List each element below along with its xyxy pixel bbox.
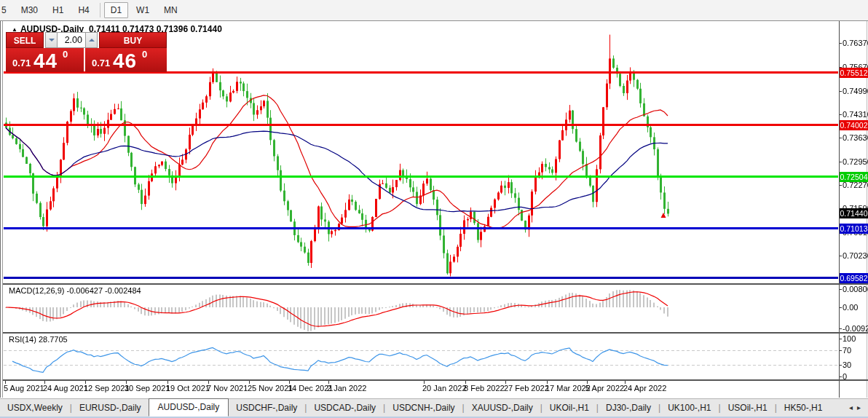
price-axis-label: 0.73630 [843,133,868,142]
volume-decrease-button[interactable] [45,32,58,48]
volume-spinner: 2.00 [45,32,98,48]
price-axis-label: 0.74310 [843,110,868,119]
price-axis-label: 0.72950 [843,157,868,166]
one-click-trade-panel: SELL 2.00 BUY 0.71 44 0 0.71 46 0 [6,32,167,72]
date-axis-label: 8 Feb 2022 [464,384,505,393]
date-axis-label: 17 Mar 2022 [545,384,591,393]
tab-audusd-daily[interactable]: AUDUSD-,Daily [149,398,229,417]
macd-axis-label: -0.00928 [843,324,868,333]
sell-price-sup: 0 [63,49,68,60]
price-badge-0.75512: 0.75512 [840,68,868,78]
date-axis-label: 24 Aug 2021 [43,384,88,393]
price-badge-0.72504: 0.72504 [840,172,868,182]
rsi-axis-label: 0 [843,372,847,381]
macd-axis-label: 0.00 [843,303,858,312]
tab-usdchf-daily[interactable]: USDCHF-,Daily [229,400,304,416]
tab-xauusd-daily[interactable]: XAUUSD-,Daily [465,400,540,416]
rsi-axis-label: 70 [843,346,851,355]
tab-eurusd-daily[interactable]: EURUSD-,Daily [72,400,149,416]
volume-value[interactable]: 2.00 [58,32,85,48]
main-macd-separator[interactable] [3,283,868,285]
buy-price-sup: 0 [142,49,147,60]
price-badge-0.71013: 0.71013 [840,224,868,234]
date-axis-label: 20 Jan 2022 [422,384,467,393]
tab-dj30-daily[interactable]: DJ30-,Daily [599,400,658,416]
macd-axis-label: 0.008061 [843,285,868,293]
date-axis-label: 24 Apr 2022 [623,384,666,393]
tab-usdcad-daily[interactable]: USDCAD-,Daily [307,400,383,416]
tab-usdcnh-daily[interactable]: USDCNH-,Daily [385,400,462,416]
chart-window-left-border [0,21,1,398]
macd-rsi-separator[interactable] [3,332,868,334]
chart-window-left-inner-border [2,21,3,398]
rsi-axis-label: 30 [843,360,851,369]
price-axis-label: 0.70230 [843,251,868,260]
volume-decrease-icon [49,39,55,42]
sell-price-display[interactable]: 0.71 44 0 [6,48,84,72]
tab-ukoil-h1[interactable]: UKOil-,H1 [542,400,596,416]
volume-increase-icon [89,39,95,42]
sell-price-base: 0.71 [12,58,31,68]
date-axis-label: 27 Feb 2022 [504,384,549,393]
macd-label: MACD(12,26,9) -0.006427 -0.002484 [9,286,141,295]
date-axis-label: 5 Apr 2022 [585,384,624,393]
rsi-dateaxis-separator [3,379,868,381]
price-axis-label: 0.76370 [843,39,868,47]
price-badge-0.69582: 0.69582 [840,273,868,283]
volume-increase-button[interactable] [85,32,98,48]
tab-scroll-right-icon[interactable]: ▸ [857,403,865,411]
buy-price-big: 46 [113,50,137,73]
price-badge-0.74002: 0.74002 [840,120,868,130]
price-badge-0.71440: 0.71440 [840,208,868,218]
date-axis-label: 25 Nov 2021 [248,384,293,393]
instrument-tabbar: ◂▸ USDX,Weekly|EURUSD-,DailyAUDUSD-,Dail… [0,398,868,417]
date-axis-label: 7 Nov 2021 [207,384,248,393]
date-axis-label: 30 Sep 2021 [125,384,170,393]
date-axis-label: 12 Sep 2021 [84,384,129,393]
tab-hk50-h1[interactable]: HK50-,H1 [777,400,830,416]
sell-price-big: 44 [33,50,58,73]
buy-button[interactable]: BUY [99,32,167,48]
tab-usdx-weekly[interactable]: USDX,Weekly [0,400,70,416]
buy-price-base: 0.71 [92,58,110,68]
tab-scroll-arrows: ◂▸ [849,403,865,411]
rsi-axis-label: 100 [843,334,856,343]
tab-scroll-left-icon[interactable]: ◂ [849,403,857,411]
date-axis-label: 2 Jan 2022 [327,384,366,393]
tab-uk100-h1[interactable]: UK100-,H1 [660,400,718,416]
rsi-label: RSI(14) 28.7705 [9,335,68,344]
date-axis-label: 19 Oct 2021 [166,384,210,393]
sell-button[interactable]: SELL [6,32,44,48]
date-axis-label: 5 Aug 2021 [4,384,44,393]
price-axis-label: 0.74990 [843,87,868,95]
buy-price-display[interactable]: 0.71 46 0 [85,48,167,72]
tab-usoil-h1[interactable]: USOil-,H1 [721,400,775,416]
